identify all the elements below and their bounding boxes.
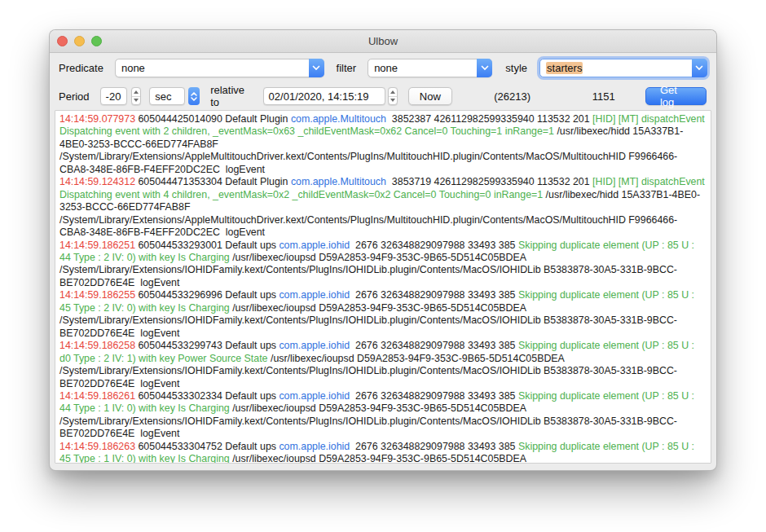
log-entry[interactable]: 14:14:59.186255 605044533296996 Default …	[59, 289, 707, 340]
stepper-down-icon[interactable]	[389, 97, 397, 105]
period-stepper[interactable]	[131, 87, 141, 105]
log-segment-plain: 2676 326348829097988 33493 385	[350, 289, 518, 301]
log-segment-sub: com.apple.Multitouch	[291, 113, 386, 125]
log-segment-plain: 605044533293001 Default ups	[135, 240, 279, 251]
datetime-stepper[interactable]	[388, 87, 398, 105]
style-value: starters	[540, 62, 692, 74]
filter-value: none	[368, 62, 477, 74]
filter-combo[interactable]: none	[368, 59, 492, 77]
ulbow-window: Ulbow Predicate none filter none	[49, 29, 717, 471]
period-label: Period	[59, 90, 90, 103]
unit-popup-button[interactable]	[188, 87, 200, 105]
desktop: Ulbow Predicate none filter none	[0, 0, 766, 532]
chevron-down-icon[interactable]	[309, 59, 324, 77]
chevron-down-icon[interactable]	[692, 59, 707, 77]
log-segment-time: 14:14:59.186261	[59, 390, 135, 402]
predicate-label: Predicate	[59, 62, 103, 74]
titlebar[interactable]: Ulbow	[50, 30, 716, 53]
log-segment-sub: com.apple.iohid	[279, 390, 350, 402]
log-segment-sub: com.apple.iohid	[279, 340, 350, 351]
log-entry[interactable]: 14:14:59.186261 605044533302334 Default …	[59, 390, 707, 441]
predicate-value: none	[116, 62, 309, 74]
log-entry[interactable]: 14:14:59.124312 605044471353304 Default …	[59, 176, 707, 239]
chevron-down-icon	[191, 97, 197, 101]
window-title: Ulbow	[50, 30, 716, 53]
log-entry[interactable]: 14:14:59.077973 605044425014090 Default …	[59, 113, 707, 176]
log-segment-time: 14:14:59.186258	[59, 340, 135, 351]
log-segment-time: 14:14:59.186255	[59, 289, 135, 301]
period-input[interactable]: -20	[100, 87, 128, 105]
total-count: (26213)	[467, 90, 558, 103]
log-segment-plain: 2676 326348829097988 33493 385	[350, 441, 518, 452]
log-segment-plain: 605044533296996 Default ups	[135, 289, 279, 301]
log-segment-sub: com.apple.iohid	[279, 289, 350, 301]
log-segment-plain: 605044425014090 Default Plugin	[135, 113, 291, 125]
shown-count: 1151	[562, 90, 645, 103]
log-segment-time: 14:14:59.186263	[59, 441, 135, 452]
log-segment-plain: 605044471353304 Default Plugin	[135, 176, 291, 187]
datetime-input[interactable]: 02/01/2020, 14:15:19	[263, 87, 385, 105]
log-segment-sub: com.apple.Multitouch	[291, 176, 386, 187]
now-button[interactable]: Now	[408, 87, 452, 105]
stepper-up-icon[interactable]	[389, 88, 397, 97]
log-segment-plain: 605044533304752 Default ups	[135, 441, 279, 452]
traffic-lights	[57, 36, 102, 46]
log-segment-plain: 2676 326348829097988 33493 385	[350, 390, 518, 402]
stepper-down-icon[interactable]	[132, 97, 140, 105]
log-entry[interactable]: 14:14:59.186258 605044533299743 Default …	[59, 340, 707, 390]
unit-popup[interactable]: sec	[149, 87, 185, 105]
log-segment-plain: 605044533302334 Default ups	[135, 390, 279, 402]
datetime-value: 02/01/2020, 14:15:19	[269, 90, 369, 103]
log-segment-plain: 3853719 426112982599335940 113532 201	[386, 176, 592, 187]
log-segment-time: 14:14:59.077973	[59, 113, 135, 125]
log-segment-plain: 3852387 426112982599335940 113532 201	[386, 113, 592, 125]
style-label: style	[505, 62, 527, 74]
toolbar: Predicate none filter none style star	[50, 53, 716, 115]
close-button[interactable]	[57, 36, 68, 46]
style-combo[interactable]: starters	[539, 59, 707, 77]
log-segment-plain: 2676 326348829097988 33493 385	[350, 340, 518, 351]
filter-label: filter	[337, 62, 357, 74]
get-log-button[interactable]: Get log	[645, 87, 707, 105]
log-view[interactable]: 14:14:59.077973 605044425014090 Default …	[55, 110, 711, 464]
log-segment-time: 14:14:59.124312	[59, 176, 135, 187]
predicate-combo[interactable]: none	[115, 59, 324, 77]
zoom-button[interactable]	[91, 36, 102, 46]
log-entry[interactable]: 14:14:59.186251 605044533293001 Default …	[59, 240, 707, 290]
stepper-up-icon[interactable]	[132, 88, 140, 97]
log-entry[interactable]: 14:14:59.186263 605044533304752 Default …	[59, 441, 707, 464]
chevron-down-icon[interactable]	[477, 59, 492, 77]
log-segment-plain: 2676 326348829097988 33493 385	[350, 240, 518, 251]
log-segment-sub: com.apple.iohid	[279, 441, 350, 452]
log-segment-time: 14:14:59.186251	[59, 240, 135, 251]
relative-to-label: relative to	[210, 84, 253, 108]
log-segment-sub: com.apple.iohid	[279, 240, 350, 251]
unit-value: sec	[155, 90, 171, 103]
period-value: -20	[106, 90, 121, 103]
log-segment-plain: 605044533299743 Default ups	[135, 340, 279, 351]
chevron-up-icon	[191, 92, 197, 96]
minimize-button[interactable]	[74, 36, 85, 46]
